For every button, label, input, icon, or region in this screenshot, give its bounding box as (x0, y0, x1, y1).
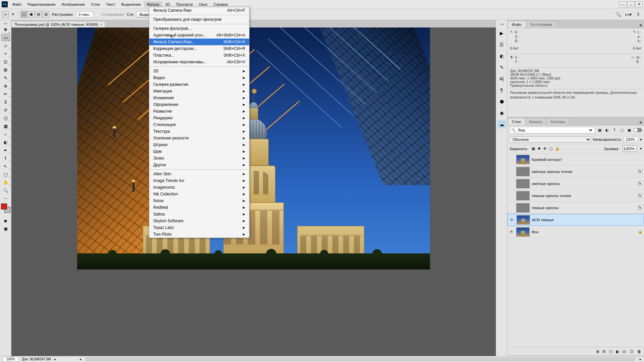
history-icon[interactable]: ☰ (498, 41, 506, 49)
menu-item[interactable]: Текстура▶ (149, 128, 249, 135)
lock-position-icon[interactable]: ✚ (538, 146, 541, 151)
menu-просмотр[interactable]: Просмотр (173, 1, 196, 7)
lasso-tool[interactable]: ⊃ (1, 42, 10, 49)
panel-menu-icon[interactable]: ≡ (637, 120, 644, 125)
menu-item[interactable]: Исправление перспективы...Alt+Ctrl+V (149, 59, 249, 65)
group-icon[interactable]: 🗀 (623, 349, 627, 354)
menu-справка[interactable]: Справка (211, 1, 231, 7)
layer-row[interactable]: 👁Фон🔒 (507, 226, 644, 238)
menu-3d[interactable]: 3D (162, 1, 173, 7)
menu-item[interactable]: Оформление▶ (149, 101, 249, 108)
menu-item[interactable]: Штрихи▶ (149, 141, 249, 148)
screenmode-icon[interactable]: ▣ (1, 225, 10, 232)
new-layer-icon[interactable]: 🗋 (630, 349, 634, 354)
close-button[interactable]: ✕ (635, 1, 643, 7)
fx-badge[interactable]: fx (637, 193, 643, 198)
character-icon[interactable]: A| (498, 75, 506, 83)
menu-item[interactable]: Имитация▶ (149, 88, 249, 95)
menu-item[interactable]: Skylum Software▶ (149, 218, 249, 224)
menu-item[interactable]: Рендеринг▶ (149, 115, 249, 121)
lock-all-icon[interactable]: ▦ (532, 146, 535, 151)
zoom-level[interactable]: 100% (3, 357, 19, 362)
hand-tool[interactable]: ✋ (1, 179, 10, 186)
filter-shape-icon[interactable]: ▢ (619, 127, 625, 133)
menu-item[interactable]: Two Pilots▶ (149, 231, 249, 238)
history-brush-tool[interactable]: ↺ (1, 106, 10, 114)
menu-item[interactable]: Sattva▶ (149, 211, 249, 218)
gradient-tool[interactable]: ▦ (1, 122, 10, 130)
link-layers-icon[interactable]: ⊕ (596, 349, 599, 354)
selection-subtract-icon[interactable]: ▤ (35, 11, 42, 18)
scrollbar-h[interactable] (86, 358, 635, 361)
menu-item[interactable]: Redfield▶ (149, 204, 249, 211)
layer-row[interactable]: темные ореолыfx (507, 202, 644, 214)
text-tool[interactable]: T (1, 155, 10, 162)
magic-wand-tool[interactable]: ✧ (1, 50, 10, 57)
tool-preset-dropdown[interactable]: ▾ (11, 12, 15, 16)
measure-icon[interactable]: ◉ (498, 109, 506, 117)
move-tool[interactable]: ✥ (1, 26, 10, 33)
stamp-tool[interactable]: ⊻ (1, 98, 10, 106)
shape-tool[interactable]: ▢ (1, 171, 10, 178)
menu-item[interactable]: Image Trends Inc▶ (149, 177, 249, 184)
selection-add-icon[interactable]: ▣ (28, 11, 35, 18)
maximize-button[interactable]: □ (627, 1, 635, 7)
menu-item[interactable]: Topaz Labs▶ (149, 224, 249, 231)
adjustments-icon[interactable]: ◐ (498, 52, 506, 60)
filter-smart-icon[interactable]: ▣ (627, 127, 632, 133)
workspace-switcher-icon[interactable]: ▭▾ (625, 11, 632, 18)
filter-toggle[interactable] (634, 128, 642, 132)
menu-окно[interactable]: Окно (196, 1, 211, 7)
tab-info[interactable]: Инфо (507, 21, 526, 28)
menu-item[interactable]: Noise▶ (149, 197, 249, 204)
menu-изображение[interactable]: Изображение (59, 1, 88, 7)
menu-выделение[interactable]: Выделение (118, 1, 144, 7)
menu-item[interactable]: Alien Skin▶ (149, 171, 249, 177)
pen-tool[interactable]: ✒ (1, 146, 10, 154)
share-icon[interactable]: ⇪ (635, 11, 642, 18)
tab-paths[interactable]: Контуры (546, 118, 570, 125)
dodge-tool[interactable]: ◐ (1, 138, 10, 146)
3d-icon[interactable]: ⬢ (498, 98, 506, 106)
blur-tool[interactable]: ○ (1, 130, 10, 138)
eraser-tool[interactable]: ◫ (1, 114, 10, 122)
layer-row[interactable]: 👁ACR темные (507, 214, 644, 226)
color-swatch[interactable] (1, 203, 10, 213)
minimize-button[interactable]: — (619, 1, 627, 7)
libraries-icon[interactable]: ☁ (498, 120, 506, 128)
menu-item[interactable]: Адаптивный широкий угол...Alt+Shift+Ctrl… (149, 32, 249, 39)
menu-редактирование[interactable]: Редактирование (24, 1, 59, 7)
layer-row[interactable]: темные ореолы точнееfx (507, 190, 644, 202)
menu-item[interactable]: Преобразовать для смарт-фильтров (149, 16, 249, 23)
marquee-tool-icon[interactable]: ▭ (2, 11, 9, 18)
menu-фильтр[interactable]: Фильтр (144, 1, 162, 7)
layer-mask-icon[interactable]: ◻ (609, 349, 612, 354)
lock-pixels-icon[interactable]: ✜ (543, 146, 546, 151)
visibility-icon[interactable]: 👁 (509, 218, 515, 222)
menu-item[interactable]: Другое▶ (149, 162, 249, 168)
menu-текст[interactable]: Текст (103, 1, 118, 7)
menu-item[interactable]: Imagenomic▶ (149, 184, 249, 191)
document-tab[interactable]: Полноразмер.psd @ 100% (ACR темные, RGB/… (11, 21, 105, 27)
lock-artboard-icon[interactable]: ▢ (549, 146, 552, 151)
menu-item[interactable]: Галерея размытия▶ (149, 81, 249, 88)
visibility-icon[interactable]: 👁 (509, 230, 514, 234)
canvas-viewport[interactable] (11, 27, 496, 356)
marquee-tool[interactable]: ▭ (1, 34, 10, 41)
filter-adjust-icon[interactable]: ◐ (604, 127, 610, 133)
crop-tool[interactable]: ⊡ (1, 58, 10, 65)
selection-intersect-icon[interactable]: ▥ (43, 11, 49, 18)
adjustment-layer-icon[interactable]: ◐ (616, 349, 619, 354)
brushes-icon[interactable]: ✎ (498, 63, 506, 71)
menu-файл[interactable]: Файл (9, 1, 24, 7)
menu-item[interactable]: Усиление резкости▶ (149, 135, 249, 141)
fx-badge[interactable]: fx (637, 169, 643, 174)
tab-layers[interactable]: Слои (507, 118, 525, 125)
brush-tool[interactable]: ✏ (1, 90, 10, 98)
layer-row[interactable]: светлые ореолы точнееfx (507, 166, 644, 178)
layer-filter-kind[interactable]: 🔍Вид (509, 127, 595, 133)
zoom-tool[interactable]: 🔍 (1, 187, 10, 194)
selection-new-icon[interactable]: ▢ (20, 11, 27, 18)
fill-input[interactable] (623, 145, 637, 152)
menu-item[interactable]: Искажение▶ (149, 95, 249, 101)
